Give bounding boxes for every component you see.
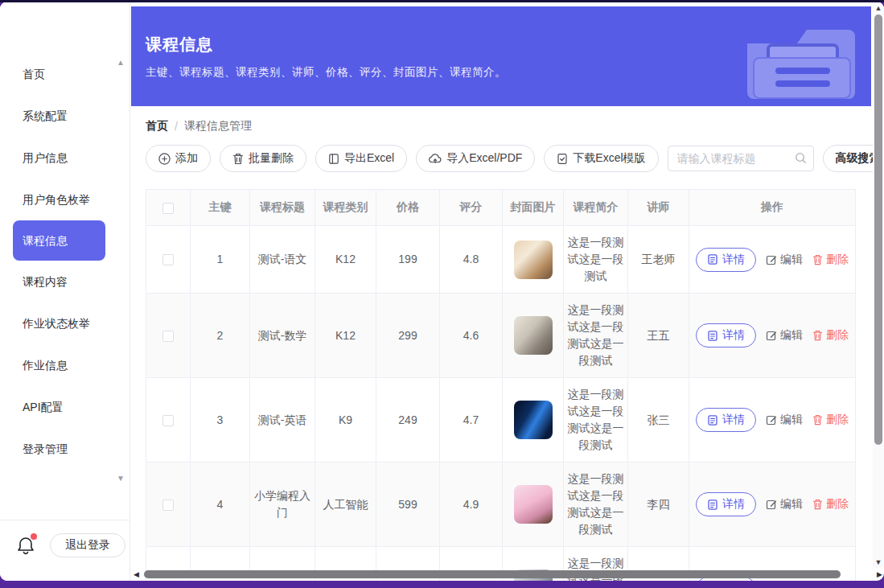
sidebar-item[interactable]: 登录管理 — [0, 428, 130, 470]
col-header-rating: 评分 — [440, 190, 503, 226]
delete-button-label: 删除 — [826, 253, 849, 267]
add-button[interactable]: 添加 — [146, 145, 211, 172]
edit-button[interactable]: 编辑 — [766, 328, 803, 343]
col-header-id: 主键 — [191, 190, 250, 226]
export-excel-button[interactable]: 导出Excel — [315, 145, 407, 172]
sidebar-menu: 首页 系统配置 用户信息 用户角色枚举 课程信息 课程内容 作业状态枚举 作业信… — [0, 53, 130, 470]
detail-button-label: 详情 — [722, 413, 745, 427]
search-icon[interactable] — [795, 152, 807, 164]
sidebar-scroll-up-icon[interactable]: ▲ — [117, 58, 125, 67]
table-header-row: 主键 课程标题 课程类别 价格 评分 封面图片 课程简介 讲师 操作 — [146, 190, 856, 226]
cell-category: K12 — [315, 226, 376, 294]
detail-button[interactable]: 详情 — [696, 323, 756, 347]
vertical-scrollbar[interactable]: ▲ ▼ — [873, 2, 884, 568]
select-all-checkbox[interactable] — [162, 203, 174, 214]
cell-teacher: 王老师 — [628, 226, 689, 294]
import-excel-button[interactable]: 导入Excel/PDF — [416, 145, 535, 172]
cell-category: 人工智能 — [315, 463, 376, 547]
document-lines-icon — [707, 414, 718, 426]
edit-pencil-icon — [766, 254, 777, 265]
delete-button[interactable]: 删除 — [812, 497, 849, 512]
cell-intro: 这是一段测试这是一段测试 — [564, 226, 628, 294]
download-template-label: 下载Excel模版 — [573, 151, 645, 166]
main-content: 课程信息 主键、课程标题、课程类别、讲师、价格、评分、封面图片、课程简介。 首页… — [131, 2, 873, 581]
detail-button-label: 详情 — [722, 253, 745, 267]
sidebar-item[interactable]: 首页 — [0, 53, 130, 95]
detail-button[interactable]: 详情 — [696, 408, 756, 432]
edit-button[interactable]: 编辑 — [766, 497, 803, 512]
delete-button[interactable]: 删除 — [812, 328, 849, 343]
trash-icon — [812, 499, 823, 510]
scroll-up-icon[interactable]: ▲ — [874, 4, 882, 12]
batch-delete-button[interactable]: 批量删除 — [220, 145, 306, 172]
edit-button[interactable]: 编辑 — [766, 413, 803, 427]
app-window: ▲ 首页 系统配置 用户信息 用户角色枚举 课程信息 课程内容 作业状态枚举 作… — [0, 2, 884, 581]
cell-price: 249 — [376, 378, 440, 463]
detail-button-label: 详情 — [722, 328, 745, 343]
scroll-right-icon[interactable]: ▶ — [877, 570, 882, 578]
delete-button-label: 删除 — [826, 497, 849, 512]
scroll-left-icon[interactable]: ◀ — [134, 570, 139, 578]
cell-title: 小学编程入门 — [250, 463, 315, 547]
trash-icon — [812, 330, 823, 341]
sidebar-scroll-down-icon[interactable]: ▼ — [117, 474, 125, 483]
search-input[interactable] — [668, 146, 814, 171]
scroll-down-icon[interactable]: ▼ — [874, 558, 882, 566]
cell-title: 测试-英语 — [250, 378, 315, 463]
edit-button-label: 编辑 — [780, 253, 803, 267]
sidebar-footer: 退出登录 — [0, 520, 130, 581]
course-cover-image — [514, 241, 553, 279]
breadcrumb-separator: / — [175, 120, 178, 133]
horizontal-scrollbar-thumb[interactable] — [144, 570, 841, 578]
cell-intro: 这是一段测试这是一段测试这是一段测试 — [564, 378, 628, 463]
cell-id: 4 — [191, 463, 250, 547]
edit-button-label: 编辑 — [780, 328, 803, 343]
sidebar-item[interactable]: 课程内容 — [0, 261, 130, 302]
cell-price: 199 — [376, 226, 440, 294]
sidebar-item[interactable]: API配置 — [0, 386, 130, 428]
sidebar-item[interactable]: 作业状态枚举 — [0, 302, 130, 344]
row-checkbox[interactable] — [162, 500, 174, 511]
table-row: 1 测试-语文 K12 199 4.8 这是一段测试这是一段测试 王老师 详情 — [146, 226, 856, 294]
notification-bell-icon[interactable] — [16, 535, 37, 556]
row-checkbox[interactable] — [162, 254, 174, 265]
breadcrumb-home-link[interactable]: 首页 — [146, 119, 168, 134]
row-checkbox[interactable] — [162, 415, 174, 426]
trash-icon — [812, 254, 823, 265]
vertical-scrollbar-thumb[interactable] — [874, 14, 882, 445]
edit-button[interactable]: 编辑 — [766, 253, 803, 267]
delete-button[interactable]: 删除 — [812, 253, 849, 267]
col-header-price: 价格 — [376, 190, 440, 226]
sidebar: ▲ 首页 系统配置 用户信息 用户角色枚举 课程信息 课程内容 作业状态枚举 作… — [0, 2, 130, 581]
add-button-label: 添加 — [175, 151, 198, 166]
file-check-icon — [557, 153, 568, 165]
col-header-title: 课程标题 — [250, 190, 315, 226]
download-template-button[interactable]: 下载Excel模版 — [544, 145, 658, 172]
detail-button[interactable]: 详情 — [696, 248, 756, 272]
row-checkbox[interactable] — [162, 331, 174, 342]
col-header-intro: 课程简介 — [564, 190, 628, 226]
logout-button[interactable]: 退出登录 — [50, 533, 125, 557]
horizontal-scrollbar[interactable]: ◀ — [131, 568, 861, 581]
delete-button-label: 删除 — [826, 413, 849, 427]
cell-rating: 4.6 — [440, 294, 503, 378]
sidebar-item[interactable]: 作业信息 — [0, 344, 130, 386]
sidebar-item[interactable]: 系统配置 — [0, 95, 130, 137]
cell-rating: 4.8 — [440, 226, 503, 294]
detail-button-label: 详情 — [722, 497, 745, 512]
course-cover-image — [514, 316, 553, 355]
delete-button[interactable]: 删除 — [812, 413, 849, 427]
cell-id: 1 — [191, 226, 250, 294]
sidebar-item[interactable]: 用户角色枚举 — [0, 179, 130, 220]
sidebar-item[interactable]: 用户信息 — [0, 137, 130, 179]
edit-button-label: 编辑 — [780, 413, 803, 427]
cell-teacher: 李四 — [628, 463, 689, 547]
sidebar-item[interactable]: 课程信息 — [13, 220, 105, 261]
edit-pencil-icon — [766, 330, 777, 341]
import-excel-label: 导入Excel/PDF — [446, 151, 522, 166]
cell-price: 299 — [376, 294, 440, 378]
cell-price: 599 — [376, 463, 440, 547]
detail-button[interactable]: 详情 — [696, 492, 756, 516]
edit-pencil-icon — [766, 499, 777, 510]
document-lines-icon — [707, 499, 718, 511]
